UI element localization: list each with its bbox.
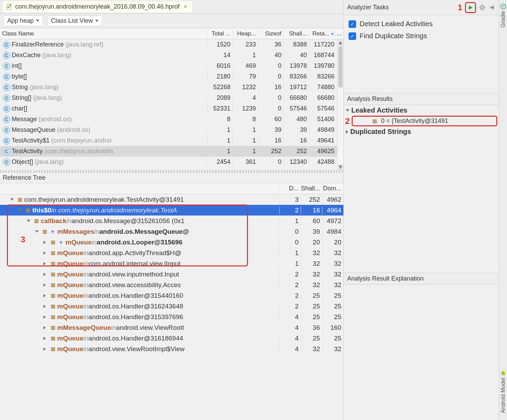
expand-icon[interactable] xyxy=(35,230,41,233)
reference-tree[interactable]: com.thejoyrun.androidmemoryleak.TestActi… xyxy=(0,194,343,420)
result-leaked-activities[interactable]: Leaked Activities xyxy=(344,105,499,116)
table-row[interactable]: CObject[] (java.lang) 2454 361 0 12340 4… xyxy=(0,157,343,167)
file-tab[interactable]: com.thejoyrun.androidmemoryleak_2016.08.… xyxy=(3,1,192,12)
collapse-icon[interactable] xyxy=(43,262,49,265)
checkbox-checked-icon: ✓ xyxy=(349,32,356,40)
field-icon xyxy=(50,336,56,341)
table-row[interactable]: CMessage (android.os) 8 8 60 480 51406 xyxy=(0,114,343,125)
collapse-icon[interactable] xyxy=(43,294,49,297)
class-icon: C xyxy=(3,94,10,102)
scrollbar[interactable]: ▲ ▼ xyxy=(337,39,343,170)
tree-row[interactable]: mQueue in android.os.Handler@315440160 2… xyxy=(0,290,343,301)
play-icon xyxy=(468,5,473,10)
svg-rect-4 xyxy=(26,209,30,210)
close-icon[interactable]: × xyxy=(182,4,188,10)
tree-row[interactable]: mMessageQueue in android.view.ViewRootI … xyxy=(0,322,343,333)
class-icon: C xyxy=(3,62,10,70)
view-dropdown[interactable]: Class List View xyxy=(47,15,102,26)
leaked-item[interactable]: 0 = {TestActivity@31491 xyxy=(381,117,448,125)
tree-row[interactable]: mMessages in android.os.MessageQueue@ 0 … xyxy=(0,226,343,237)
col-class-name[interactable]: Class Name xyxy=(0,30,207,37)
collapse-icon[interactable] xyxy=(43,251,49,255)
tree-row[interactable]: callback in android.os.Message@315261056… xyxy=(0,216,343,226)
scroll-up-icon[interactable]: ▲ xyxy=(338,39,343,45)
gradle-icon xyxy=(500,3,506,10)
collapse-icon[interactable] xyxy=(43,283,49,287)
expand-icon[interactable] xyxy=(27,220,32,222)
field-icon xyxy=(50,325,56,330)
analyzer-title: Analyzer Tasks xyxy=(347,4,389,11)
collapse-icon[interactable] xyxy=(488,4,495,11)
table-row[interactable]: CString (java.lang) 52268 1232 16 19712 … xyxy=(0,82,343,93)
collapse-icon[interactable] xyxy=(43,337,49,340)
col-more[interactable]: ... xyxy=(334,30,343,37)
scroll-thumb[interactable] xyxy=(338,46,343,87)
collapse-icon[interactable] xyxy=(43,347,49,351)
svg-rect-22 xyxy=(51,273,55,274)
result-duplicated-strings[interactable]: Duplicated Strings xyxy=(344,126,499,137)
col-depth[interactable]: D... xyxy=(279,185,301,192)
tree-row[interactable]: mQueue in android.os.Handler@316243648 2… xyxy=(0,301,343,312)
tree-row[interactable]: mQueue in android.os.Looper@315696 0 20 … xyxy=(0,237,343,248)
svg-rect-3 xyxy=(18,201,22,202)
collapse-icon[interactable] xyxy=(43,326,49,329)
svg-rect-10 xyxy=(43,230,47,231)
collapse-icon[interactable] xyxy=(43,315,49,319)
table-row[interactable]: CTestActivity (com.thejoyrun.androidm 1 … xyxy=(0,146,343,157)
scroll-down-icon[interactable]: ▼ xyxy=(338,164,343,170)
android-model-tab[interactable]: Android Model xyxy=(500,370,506,420)
svg-rect-55 xyxy=(373,119,377,120)
tree-row[interactable]: this$0 in com.thejoyrun.androidmemorylea… xyxy=(0,205,343,216)
svg-line-51 xyxy=(480,6,481,6)
tree-row[interactable]: mQueue in android.view.inputmethod.Input… xyxy=(0,269,343,280)
tree-row[interactable]: mQueue in android.app.ActivityThread$H@ … xyxy=(0,248,343,258)
svg-rect-9 xyxy=(34,222,39,223)
table-row[interactable]: CFinalizerReference (java.lang.ref) 1520… xyxy=(0,39,343,50)
table-row[interactable]: CMessageQueue (android.os) 1 1 39 39 498… xyxy=(0,125,343,135)
gear-icon[interactable] xyxy=(479,4,486,11)
task-find-duplicates[interactable]: ✓ Find Duplicate Strings xyxy=(344,30,499,42)
expand-icon[interactable] xyxy=(10,198,16,201)
tree-row[interactable]: mQueue in com.android.internal.view.IInp… xyxy=(0,258,343,269)
class-icon: C xyxy=(3,116,10,123)
col-total[interactable]: Total ... xyxy=(207,30,232,37)
svg-rect-2 xyxy=(18,199,22,200)
tree-row[interactable]: mQueue in android.view.ViewRootImpl$View… xyxy=(0,344,343,354)
expand-icon xyxy=(346,109,349,112)
col-retained[interactable]: Reta...▼ xyxy=(309,30,334,37)
svg-rect-27 xyxy=(51,286,55,287)
hprof-file-icon xyxy=(6,4,12,10)
collapse-icon[interactable] xyxy=(43,273,49,276)
run-button[interactable] xyxy=(465,2,476,13)
heap-dropdown[interactable]: App heap xyxy=(3,15,43,26)
collapse-icon[interactable] xyxy=(43,241,49,244)
resize-grip[interactable] xyxy=(0,170,343,173)
table-row[interactable]: CTestActivity$1 (com.thejoyrun.androi 1 … xyxy=(0,135,343,146)
tree-row[interactable]: com.thejoyrun.androidmemoryleak.TestActi… xyxy=(0,194,343,205)
tree-row[interactable]: mQueue in android.os.Handler@315397696 4… xyxy=(0,312,343,322)
field-icon xyxy=(34,218,39,224)
expand-icon[interactable] xyxy=(19,209,24,211)
col-heap[interactable]: Heap... xyxy=(232,30,258,37)
tree-row[interactable]: mQueue in android.os.Handler@316186944 4… xyxy=(0,333,343,344)
col-shallow[interactable]: Shall... xyxy=(283,30,309,37)
collapse-icon xyxy=(346,130,348,134)
collapse-icon[interactable] xyxy=(43,305,49,308)
field-icon xyxy=(50,250,56,256)
chevron-down-icon xyxy=(36,20,39,22)
svg-rect-11 xyxy=(43,231,47,232)
svg-rect-41 xyxy=(51,338,55,339)
gradle-tab[interactable]: Gradle xyxy=(500,3,506,28)
svg-rect-39 xyxy=(51,329,55,330)
task-detect-leaked[interactable]: ✓ Detect Leaked Activities xyxy=(344,18,499,30)
table-row[interactable]: Cbyte[] 2180 79 0 83266 83266 xyxy=(0,71,343,82)
table-row[interactable]: Cchar[] 52331 1239 0 57546 57546 xyxy=(0,103,343,114)
class-icon: C xyxy=(3,126,10,134)
col-shallow[interactable]: Shall... xyxy=(301,185,322,192)
table-row[interactable]: CDexCache (java.lang) 14 1 40 40 168744 xyxy=(0,50,343,61)
table-row[interactable]: Cint[] 6016 469 0 13978 139780 xyxy=(0,61,343,71)
tree-row[interactable]: mQueue in android.view.accessibility.Acc… xyxy=(0,280,343,290)
col-sizeof[interactable]: Sizeof xyxy=(258,30,283,37)
col-dominator[interactable]: Dom... xyxy=(322,185,343,192)
table-row[interactable]: CString[] (java.lang) 2089 4 0 66680 666… xyxy=(0,93,343,103)
